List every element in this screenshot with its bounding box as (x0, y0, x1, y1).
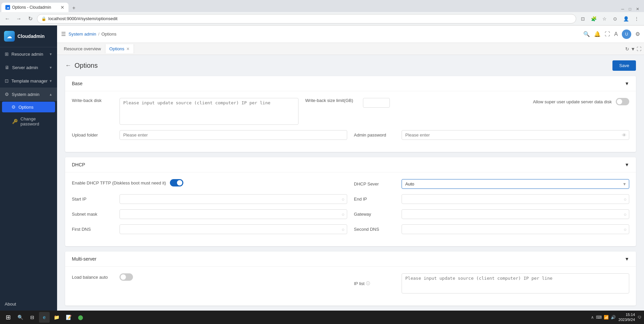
ip-list-info-icon[interactable]: ⓘ (366, 281, 370, 286)
tab-close-icon[interactable]: ✕ (60, 5, 64, 10)
section-base-title: Base (72, 81, 83, 86)
tab-refresh-button[interactable]: ↻ (625, 46, 629, 52)
write-back-size-input[interactable]: 0 (363, 98, 390, 108)
breadcrumb-current: Options (101, 32, 117, 37)
gateway-input[interactable]: 192.168.10.1 (402, 209, 629, 219)
tab-favicon: ☁ (5, 5, 10, 10)
maximize-icon[interactable]: □ (627, 6, 633, 12)
admin-password-input[interactable] (402, 130, 629, 140)
enable-dhcp-tftp-slider (170, 179, 183, 186)
reload-button[interactable]: ↻ (26, 14, 35, 23)
gateway-clear-icon[interactable]: ○ (624, 212, 627, 217)
upload-folder-input[interactable] (120, 130, 347, 140)
account-icon[interactable]: 👤 (621, 14, 631, 23)
first-dns-input[interactable]: 192.168.10.1 (120, 224, 347, 234)
extension-icon[interactable]: 🧩 (589, 14, 598, 23)
sidebar-about-label: About (5, 302, 16, 307)
sidebar-sub-item-options[interactable]: ⚙ Options (2, 102, 55, 112)
minimize-icon[interactable]: ─ (619, 6, 626, 12)
taskbar-left: ⊞ 🔍 ⊟ e 📁 📝 ⬤ (3, 312, 86, 323)
translate-icon[interactable]: A (614, 31, 618, 37)
start-ip-clear-icon[interactable]: ○ (342, 197, 344, 202)
first-dns-clear-icon[interactable]: ○ (342, 227, 344, 232)
section-multi-server-header[interactable]: Multi-server ▼ (65, 252, 636, 267)
browser-tab-active[interactable]: ☁ Options - Cloudadmin ✕ (1, 3, 68, 12)
bell-icon[interactable]: 🔔 (594, 31, 601, 37)
sidebar: ☁ Cloudadmin ⊞ Resource admin ▼ 🖥 Server… (0, 25, 57, 311)
form-group-write-back-disk: Write-back disk (72, 98, 298, 125)
section-dhcp-body: Enable DHCP TFTP (Diskless boot must nee… (65, 172, 636, 246)
start-button[interactable]: ⊞ (3, 312, 13, 323)
section-dhcp-header[interactable]: DHCP ▼ (65, 157, 636, 172)
form-group-write-back-size: Write-back size limit(GB) 0 (305, 98, 441, 108)
taskbar-arrow-icon[interactable]: ∧ (591, 315, 594, 320)
subnet-mask-wrapper: 255.255.255.0 ○ (120, 209, 347, 219)
tab-expand-button[interactable]: ⛶ (637, 46, 641, 52)
sidebar-item-system-admin[interactable]: ⚙ System admin ▲ (0, 88, 57, 101)
fullscreen-icon[interactable]: ⛶ (605, 31, 610, 37)
tab-options-close[interactable]: ✕ (126, 47, 130, 51)
sidebar-sub-item-change-password-label: Change password (20, 116, 52, 126)
settings-icon[interactable]: ⚙ (635, 31, 640, 37)
sidebar-item-template-manager[interactable]: ⊡ Template manager ▼ (0, 74, 57, 88)
taskbar-keyboard-icon[interactable]: ⌨ (596, 315, 602, 320)
subnet-mask-input[interactable]: 255.255.255.0 (120, 209, 347, 219)
subnet-mask-clear-icon[interactable]: ○ (342, 212, 344, 217)
cast-icon[interactable]: ⊡ (578, 14, 588, 23)
save-button-top[interactable]: Save (612, 60, 636, 71)
enable-dhcp-tftp-toggle[interactable] (170, 179, 183, 186)
back-button[interactable]: ← (65, 62, 71, 69)
sidebar-sub-item-change-password[interactable]: 🔑 Change password (0, 113, 57, 130)
tab-dropdown-button[interactable]: ▼ (631, 46, 635, 52)
allow-super-user-toggle[interactable] (616, 98, 629, 105)
start-ip-input[interactable]: 192.168.10.1 (120, 194, 347, 204)
end-ip-input[interactable]: 192.168.10.254 (402, 194, 629, 204)
form-group-admin-password: Admin password 👁 (354, 130, 629, 140)
chrome-taskbar-icon[interactable]: ⬤ (75, 312, 86, 323)
sticky-notes-taskbar-icon[interactable]: 📝 (63, 312, 74, 323)
taskbar-notification-icon[interactable]: 🗨 (638, 315, 641, 319)
taskbar-volume-icon[interactable]: 🔊 (611, 315, 616, 320)
new-tab-button[interactable]: + (70, 4, 78, 12)
section-base-header[interactable]: Base ▼ (65, 76, 636, 91)
bookmark-icon[interactable]: ☆ (600, 14, 609, 23)
search-taskbar-button[interactable]: 🔍 (15, 312, 26, 323)
forward-nav-button[interactable]: → (14, 14, 24, 23)
taskbar-icons: ∧ ⌨ 📶 🔊 (591, 315, 616, 320)
close-icon[interactable]: ✕ (634, 6, 641, 12)
start-ip-label: Start IP (72, 197, 116, 202)
taskbar-time: 15:14 (618, 312, 635, 317)
write-back-disk-input[interactable] (120, 98, 298, 125)
back-nav-button[interactable]: ← (3, 14, 12, 23)
taskbar-wifi-icon[interactable]: 📶 (604, 315, 609, 320)
folder-taskbar-icon[interactable]: 📁 (51, 312, 62, 323)
breadcrumb-root[interactable]: System admin (68, 32, 96, 37)
address-bar[interactable]: 🔒 localhost:9000/#/system/optionsedit (37, 14, 576, 23)
second-dns-clear-icon[interactable]: ○ (624, 227, 627, 232)
eye-icon[interactable]: 👁 (622, 132, 627, 138)
sidebar-item-resource-admin[interactable]: ⊞ Resource admin ▼ (0, 47, 57, 61)
form-group-subnet-mask: Subnet mask 255.255.255.0 ○ (72, 209, 347, 219)
ie-taskbar-icon[interactable]: e (39, 312, 50, 323)
ip-list-input[interactable] (402, 273, 629, 293)
sidebar-item-about[interactable]: About (0, 298, 57, 311)
sidebar-item-system-admin-label: System admin (12, 92, 39, 97)
end-ip-clear-icon[interactable]: ○ (624, 197, 627, 202)
search-icon[interactable]: 🔍 (583, 31, 590, 37)
load-balance-auto-toggle[interactable] (120, 273, 133, 281)
task-view-button[interactable]: ⊟ (27, 312, 38, 323)
user-avatar[interactable]: U (622, 30, 631, 39)
admin-password-wrapper: 👁 (402, 130, 629, 140)
menu-dots-icon[interactable]: ⋮ (632, 14, 641, 23)
dhcp-server-select[interactable]: Auto Manual (402, 179, 629, 189)
second-dns-input[interactable]: 255.255.255.255 (402, 224, 629, 234)
sidebar-item-server-admin[interactable]: 🖥 Server admin ▼ (0, 61, 57, 74)
resource-admin-icon: ⊞ (5, 51, 9, 57)
tab-options[interactable]: Options ✕ (105, 44, 134, 53)
profile-icon[interactable]: ⊙ (610, 14, 620, 23)
hamburger-icon[interactable]: ☰ (61, 31, 66, 37)
content-header: ← Options Save (57, 55, 644, 76)
enable-dhcp-tftp-label: Enable DHCP TFTP (Diskless boot must nee… (72, 180, 166, 185)
tab-resource-overview[interactable]: Resource overview (60, 44, 105, 53)
write-back-disk-label: Write-back disk (72, 98, 116, 103)
